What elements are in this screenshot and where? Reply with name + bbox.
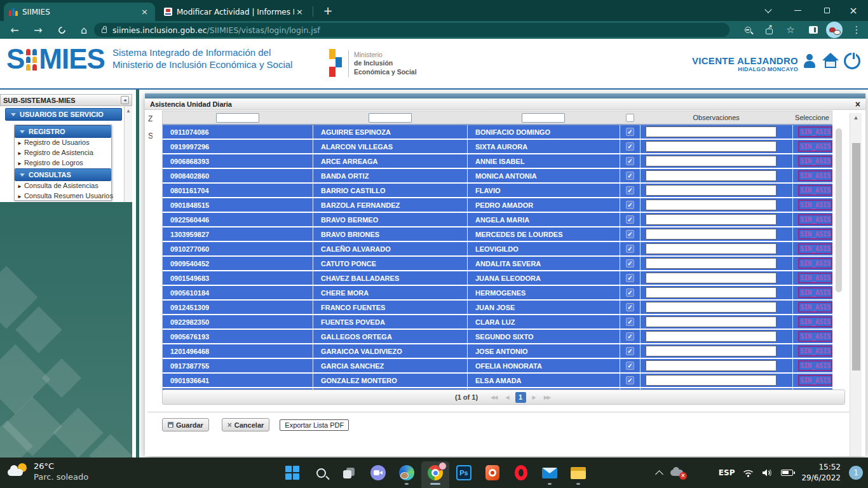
sin-asis-button[interactable]: SIN_ASIS — [798, 229, 832, 240]
browser-menu-button[interactable]: ⋮ — [848, 21, 865, 39]
row-checkbox[interactable]: ✓ — [626, 186, 634, 194]
row-checkbox[interactable]: ✓ — [626, 172, 634, 180]
sidebar-item-registro-logros[interactable]: ►Registro de Logros — [15, 158, 111, 168]
row-checkbox[interactable]: ✓ — [626, 128, 634, 136]
menu-group-consultas[interactable]: CONSULTAS — [15, 168, 111, 181]
row-checkbox[interactable]: ✓ — [626, 215, 634, 224]
nombres-filter-input[interactable] — [522, 113, 565, 123]
tab-siimies[interactable]: SIIMIES × — [4, 3, 155, 21]
notification-count-badge[interactable]: 1 — [849, 466, 863, 480]
sin-asis-button[interactable]: SIN_ASIS — [798, 273, 832, 283]
sin-asis-button[interactable]: SIN_ASIS — [798, 243, 832, 254]
sin-asis-button[interactable]: SIN_ASIS — [798, 141, 832, 152]
table-scrollbar-thumb[interactable] — [836, 128, 842, 292]
address-bar[interactable]: siimies.inclusion.gob.ec/SIIMIES/vistas/… — [94, 23, 729, 37]
task-view-button[interactable] — [342, 460, 357, 485]
sidebar-item-registro-asistencia[interactable]: ►Registro de Asistencia — [15, 148, 111, 158]
weather-widget[interactable]: 26°C Parc. soleado — [8, 461, 88, 482]
sin-asis-button[interactable]: SIN_ASIS — [798, 346, 832, 356]
chrome-button[interactable] — [428, 460, 443, 485]
select-all-checkbox[interactable] — [626, 114, 634, 122]
tab-close-icon[interactable]: × — [294, 7, 305, 17]
observaciones-input[interactable] — [646, 375, 776, 386]
sidebar-item-consulta-asistencias[interactable]: ►Consulta de Asistencias — [15, 181, 111, 191]
observaciones-input[interactable] — [646, 287, 776, 298]
forward-button[interactable]: → — [29, 21, 48, 39]
reload-button[interactable] — [52, 21, 71, 39]
sidebar-scrollbar[interactable]: ▲ — [124, 106, 132, 202]
observaciones-input[interactable] — [646, 170, 776, 181]
share-button[interactable] — [760, 21, 778, 39]
zoom-out-button[interactable] — [739, 21, 757, 39]
sin-asis-button[interactable]: SIN_ASIS — [798, 287, 832, 298]
scroll-up-icon[interactable]: ▲ — [125, 106, 132, 114]
sin-asis-button[interactable]: SIN_ASIS — [798, 258, 832, 269]
observaciones-input[interactable] — [646, 331, 776, 342]
paginator-first-button[interactable]: ◀◀ — [489, 395, 499, 400]
observaciones-input[interactable] — [646, 185, 776, 196]
sin-asis-button[interactable]: SIN_ASIS — [798, 156, 832, 166]
row-checkbox[interactable]: ✓ — [626, 157, 634, 165]
new-tab-button[interactable]: + — [320, 4, 336, 17]
row-checkbox[interactable]: ✓ — [626, 332, 634, 341]
mail-button[interactable] — [542, 460, 557, 485]
observaciones-input[interactable] — [646, 229, 776, 240]
panel-collapse-button[interactable]: ◄ — [121, 96, 129, 104]
clock[interactable]: 15:52 29/6/2022 — [801, 462, 841, 484]
observaciones-input[interactable] — [646, 214, 776, 225]
logout-power-icon[interactable] — [844, 53, 860, 69]
row-checkbox[interactable]: ✓ — [626, 142, 634, 151]
opera-button[interactable] — [513, 460, 529, 485]
sin-asis-button[interactable]: SIN_ASIS — [798, 375, 832, 386]
start-button[interactable] — [285, 460, 300, 485]
paginator-last-button[interactable]: ▶▶ — [542, 395, 552, 400]
row-checkbox[interactable]: ✓ — [626, 288, 634, 297]
cedula-filter-input[interactable] — [216, 113, 259, 123]
office-button[interactable] — [485, 460, 500, 485]
sin-asis-button[interactable]: SIN_ASIS — [798, 302, 832, 313]
dialog-title-bar[interactable]: Asistencia Unidad Diaria × — [145, 98, 865, 110]
observaciones-input[interactable] — [646, 156, 776, 166]
window-minimize-button[interactable] — [783, 0, 812, 21]
row-checkbox[interactable]: ✓ — [626, 274, 634, 282]
onedrive-icon[interactable]: × — [670, 468, 686, 478]
sin-asis-button[interactable]: SIN_ASIS — [798, 126, 832, 137]
exportar-pdf-button[interactable]: Exportar Lista PDF — [280, 419, 349, 431]
row-checkbox[interactable]: ✓ — [626, 259, 634, 268]
window-close-button[interactable]: × — [839, 0, 868, 21]
language-indicator[interactable]: ESP — [719, 468, 735, 477]
sidebar-toggle-button[interactable] — [804, 21, 822, 39]
back-button[interactable]: ← — [5, 21, 24, 39]
paginator-next-button[interactable]: ▶ — [531, 395, 538, 400]
observaciones-input[interactable] — [646, 141, 776, 152]
photoshop-button[interactable]: Ps — [456, 460, 471, 485]
search-button[interactable] — [313, 460, 329, 485]
volume-icon[interactable] — [762, 468, 773, 477]
row-checkbox[interactable]: ✓ — [626, 347, 634, 355]
row-checkbox[interactable]: ✓ — [626, 376, 634, 384]
battery-icon[interactable] — [781, 470, 793, 476]
scroll-up-icon[interactable]: ▲ — [850, 113, 862, 121]
sin-asis-button[interactable]: SIN_ASIS — [798, 214, 832, 225]
observaciones-input[interactable] — [646, 302, 776, 313]
sin-asis-button[interactable]: SIN_ASIS — [798, 331, 832, 342]
dialog-scrollbar[interactable]: ▲ — [850, 113, 862, 456]
observaciones-input[interactable] — [646, 243, 776, 254]
sidebar-item-consulta-resumen[interactable]: ►Consulta Resumen Usuarios — [15, 191, 111, 201]
table-scrollbar[interactable] — [835, 127, 843, 391]
row-checkbox[interactable]: ✓ — [626, 230, 634, 238]
sidebar-section-usuarios[interactable]: USUARIOS DE SERVICIO — [5, 108, 122, 121]
cancelar-button[interactable]: × Cancelar — [222, 418, 270, 431]
sin-asis-button[interactable]: SIN_ASIS — [798, 360, 832, 371]
observaciones-input[interactable] — [646, 346, 776, 356]
home-button[interactable]: ⌂ — [74, 21, 93, 39]
row-checkbox[interactable]: ✓ — [626, 362, 634, 370]
observaciones-input[interactable] — [646, 126, 776, 137]
menu-group-registro[interactable]: REGISTRO — [15, 125, 111, 138]
paginator-page-1[interactable]: 1 — [515, 392, 526, 403]
sin-asis-button[interactable]: SIN_ASIS — [798, 316, 832, 327]
file-explorer-button[interactable] — [571, 460, 586, 485]
tab-search-chevron-icon[interactable] — [754, 0, 783, 21]
sin-asis-button[interactable]: SIN_ASIS — [798, 200, 832, 210]
edge-button[interactable] — [399, 460, 414, 485]
